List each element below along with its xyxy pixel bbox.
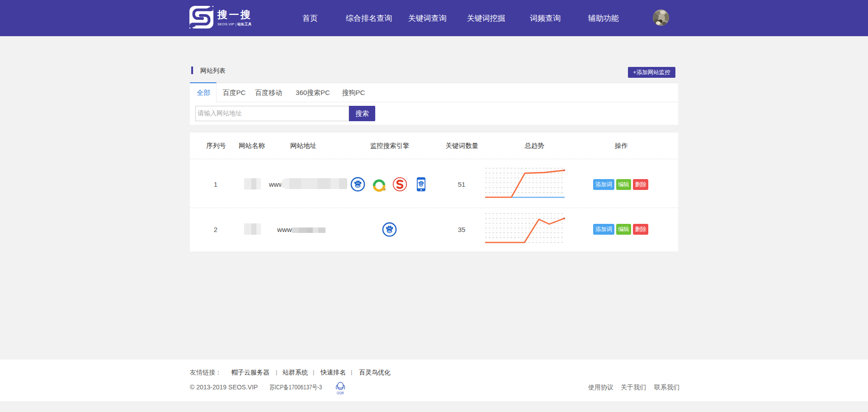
svg-text:du: du <box>420 184 423 186</box>
svg-text:QQ群: QQ群 <box>337 391 344 395</box>
svg-text:du: du <box>387 230 391 233</box>
svg-text:du: du <box>356 185 360 188</box>
